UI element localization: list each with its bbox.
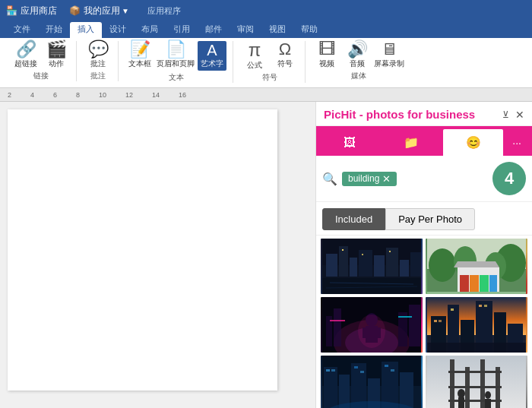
tab-folder[interactable]: 📁 bbox=[381, 129, 441, 156]
svg-rect-82 bbox=[458, 397, 464, 408]
symbols-group-label: 符号 bbox=[262, 72, 277, 83]
tab-layout[interactable]: 布局 bbox=[134, 22, 166, 38]
hyperlink-label: 超链接 bbox=[14, 59, 37, 69]
svg-rect-8 bbox=[400, 260, 409, 277]
svg-rect-11 bbox=[362, 254, 363, 255]
tab-more[interactable]: ··· bbox=[505, 129, 529, 156]
pay-per-photo-tab[interactable]: Pay Per Photo bbox=[385, 208, 475, 230]
audio-button[interactable]: 🔊 音频 bbox=[344, 41, 371, 69]
svg-rect-66 bbox=[331, 369, 335, 372]
svg-rect-7 bbox=[386, 248, 398, 277]
comment-button[interactable]: 💬 批注 bbox=[84, 41, 112, 69]
tab-help[interactable]: 帮助 bbox=[293, 22, 325, 38]
photo-city-night[interactable] bbox=[321, 239, 423, 294]
tab-mail[interactable]: 邮件 bbox=[198, 22, 230, 38]
search-count-badge: 4 bbox=[492, 162, 526, 195]
svg-rect-54 bbox=[479, 305, 482, 307]
svg-rect-64 bbox=[400, 372, 413, 408]
included-tab[interactable]: Included bbox=[322, 208, 385, 230]
action-button[interactable]: 🎬 动作 bbox=[43, 41, 70, 69]
tab-photos[interactable]: 🖼 bbox=[319, 129, 379, 156]
symbol-icon: Ω bbox=[279, 41, 291, 58]
svg-point-18 bbox=[429, 248, 456, 282]
svg-rect-61 bbox=[351, 363, 366, 408]
my-apps-label: 我的应用 bbox=[84, 5, 120, 17]
media-group-label: 媒体 bbox=[351, 71, 366, 81]
svg-rect-25 bbox=[470, 275, 479, 294]
panel-expand-icon[interactable]: ⊻ bbox=[502, 109, 509, 120]
symbol-button[interactable]: Ω 符号 bbox=[271, 41, 299, 69]
svg-point-42 bbox=[358, 315, 385, 348]
svg-rect-69 bbox=[385, 365, 388, 367]
video-button[interactable]: 🎞 视频 bbox=[313, 41, 340, 69]
screen-record-label: 屏幕录制 bbox=[374, 59, 404, 69]
photo-person-neon[interactable] bbox=[321, 297, 423, 353]
search-tag-remove[interactable]: ✕ bbox=[382, 173, 391, 185]
audio-icon: 🔊 bbox=[347, 41, 368, 58]
tab-emoji[interactable]: 😊 bbox=[443, 129, 503, 156]
app-store-button[interactable]: 🏪 应用商店 bbox=[6, 5, 57, 17]
svg-rect-5 bbox=[359, 250, 372, 277]
main-area: PicHit - photos for business ⊻ ✕ 🖼 📁 😊 ·… bbox=[0, 102, 532, 408]
svg-rect-4 bbox=[350, 258, 357, 277]
photo-person-neon-svg bbox=[321, 297, 423, 353]
tab-home[interactable]: 开始 bbox=[38, 22, 70, 38]
search-icon: 🔍 bbox=[322, 172, 337, 186]
ribbon-content: 🔗 超链接 🎬 动作 链接 💬 批注 批注 bbox=[0, 38, 532, 87]
search-tag-text: building bbox=[348, 173, 379, 184]
ribbon-group-text: 📝 文本框 📄 页眉和页脚 A 艺术字 文本 bbox=[120, 41, 233, 83]
header-footer-label: 页眉和页脚 bbox=[157, 59, 195, 69]
tab-file[interactable]: 文件 bbox=[6, 22, 38, 38]
svg-rect-13 bbox=[322, 278, 421, 294]
formula-icon: π bbox=[249, 41, 261, 59]
svg-rect-67 bbox=[354, 366, 358, 368]
formula-button[interactable]: π 公式 bbox=[241, 41, 268, 71]
svg-rect-56 bbox=[427, 343, 526, 353]
ribbon: 🏪 应用商店 📦 我的应用 ▼ 应用程序 文件 开始 插入 设计 布局 引用 邮… bbox=[0, 0, 532, 88]
search-tag-building: building ✕ bbox=[342, 172, 397, 186]
photo-shed[interactable] bbox=[426, 239, 527, 294]
svg-rect-27 bbox=[489, 275, 497, 294]
document-area bbox=[0, 102, 315, 408]
textbox-button[interactable]: 📝 文本框 bbox=[126, 41, 154, 69]
app-group-label: 应用程序 bbox=[147, 5, 181, 17]
photo-silhouette[interactable] bbox=[426, 356, 527, 408]
tab-design[interactable]: 设计 bbox=[102, 22, 134, 38]
symbol-label: 符号 bbox=[277, 59, 293, 69]
header-footer-button[interactable]: 📄 页眉和页脚 bbox=[157, 41, 195, 69]
more-tab-icon: ··· bbox=[512, 137, 521, 149]
tab-references[interactable]: 引用 bbox=[166, 22, 198, 38]
svg-rect-59 bbox=[324, 367, 337, 408]
hyperlink-button[interactable]: 🔗 超链接 bbox=[12, 41, 40, 69]
svg-rect-37 bbox=[398, 316, 412, 318]
svg-rect-9 bbox=[410, 252, 421, 277]
svg-rect-65 bbox=[326, 369, 330, 372]
screen-record-button[interactable]: 🖥 屏幕录制 bbox=[374, 41, 404, 69]
photo-city-blue[interactable] bbox=[321, 356, 423, 408]
photo-grid bbox=[316, 236, 532, 408]
comment-icon: 💬 bbox=[88, 41, 109, 58]
photo-building-dusk[interactable] bbox=[426, 297, 527, 353]
app-store-label: 应用商店 bbox=[21, 5, 57, 17]
svg-rect-51 bbox=[434, 320, 437, 322]
header-footer-icon: 📄 bbox=[166, 41, 186, 58]
photo-silhouette-svg bbox=[426, 356, 527, 408]
svg-rect-6 bbox=[374, 255, 385, 277]
svg-rect-28 bbox=[427, 292, 526, 294]
hyperlink-icon: 🔗 bbox=[16, 41, 36, 58]
svg-rect-84 bbox=[485, 399, 491, 408]
audio-label: 音频 bbox=[350, 59, 365, 69]
svg-rect-26 bbox=[480, 275, 489, 294]
svg-marker-23 bbox=[454, 261, 499, 267]
ribbon-group-media: 🎞 视频 🔊 音频 🖥 屏幕录制 媒体 bbox=[307, 41, 410, 81]
ribbon-group-comment: 💬 批注 批注 bbox=[78, 41, 119, 81]
svg-rect-52 bbox=[439, 320, 442, 322]
tab-view[interactable]: 视图 bbox=[261, 22, 293, 38]
tab-insert[interactable]: 插入 bbox=[70, 22, 102, 38]
tab-review[interactable]: 审阅 bbox=[230, 22, 261, 38]
my-apps-button[interactable]: 📦 我的应用 ▼ bbox=[69, 5, 129, 17]
folder-tab-icon: 📁 bbox=[404, 135, 419, 150]
panel-close-button[interactable]: ✕ bbox=[515, 109, 524, 121]
svg-rect-63 bbox=[382, 362, 398, 408]
wordart-button[interactable]: A 艺术字 bbox=[198, 41, 226, 71]
